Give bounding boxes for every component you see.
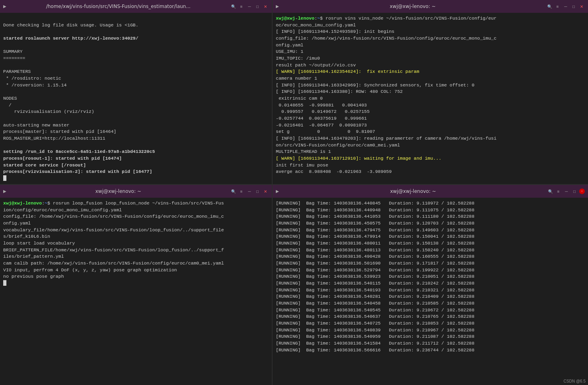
line-tr-19: averge acc 8.988408 -0.021963 -3.989059 (276, 169, 392, 174)
titlebar-title-bottom-right: xwj@xwj-lenovo: ~ (281, 188, 545, 194)
line-tr-2: config_file: /home/xwj/vins-fusion/src/V… (276, 36, 496, 41)
menu-button-br[interactable]: ≡ (555, 188, 562, 195)
search-button-tr[interactable]: 🔍 (546, 3, 553, 10)
prompt-dollar-tr: $ rosrun vins vins_node ~/vins-fusion/sr… (320, 16, 496, 21)
terminal-body-bottom-left: xwj@xwj-lenovo:~$ rosrun loop_fusion loo… (0, 198, 272, 385)
close-button-tl[interactable]: ✕ (262, 3, 269, 10)
line-br-13: [RUNNING] Bag Time: 1403638136.540115 Du… (276, 281, 474, 286)
minimize-button-tl[interactable]: ─ (246, 3, 253, 10)
line-tr-13: -0.0257744 0.00375619 0.999661 (276, 116, 367, 121)
line-br-12: [RUNNING] Bag Time: 1403638136.539923 Du… (276, 274, 474, 279)
line-tr-3: onfig.yaml (276, 42, 303, 48)
line-tr-16b: on/src/VINS-Fusion/config/euroc/cam0_mei… (276, 142, 400, 148)
line-tr-14: -0.0216401 -0.064677 0.00981073 (276, 122, 367, 128)
close-button-tr[interactable]: ✕ (578, 3, 585, 10)
line-tr-7: camera number 1 (276, 76, 317, 81)
maximize-button-br[interactable]: □ (571, 188, 578, 195)
line-tr-5: IMU_TOPIC: /imu0 (276, 56, 320, 61)
minimize-button-br[interactable]: ─ (563, 188, 570, 195)
line-br-20: [RUNNING] Bag Time: 1403638136.540839 Du… (276, 327, 474, 333)
line-tl-13: setting /run_id to 8acce5cc-6a51-11ed-97… (3, 149, 155, 174)
search-button-br[interactable]: 🔍 (547, 188, 554, 195)
search-button-bl[interactable]: 🔍 (230, 188, 237, 195)
line-tr-warn2: [ WARN] [1669113404.163712910]: waiting … (276, 156, 441, 161)
line-bl-2: vocabulary_file/home/xwj/vins-fusion/src… (3, 227, 224, 233)
titlebar-controls-bottom-right: 🔍 ≡ ─ □ ✕ (547, 188, 585, 195)
line-bl-5: cam calib path: /home/xwj/vins-fusion/sr… (3, 261, 224, 266)
titlebar-bottom-right: ▶ xwj@xwj-lenovo: ~ 🔍 ≡ ─ □ ✕ (273, 185, 588, 198)
line-bl-cmd2: ion/config/euroc/euroc_mono_imu_config.y… (3, 207, 122, 213)
close-button-bl[interactable]: ✕ (262, 188, 269, 195)
terminal-icon-br: ▶ (276, 188, 279, 195)
titlebar-controls-top-left: 🔍 ≡ ─ □ ✕ (230, 3, 269, 10)
line-tr-17: MULTIPLE_THREAD is 1 (276, 149, 331, 154)
line-bl-1: config_file: /home/xwj/vins-fusion/src/V… (3, 214, 224, 219)
menu-button-tl[interactable]: ≡ (238, 3, 245, 10)
line-bl-6: VIO input, perfrom 4 DoF (x, y, z, yaw) … (3, 267, 177, 273)
line-br-7: [RUNNING] Bag Time: 1403638136.480011 Du… (276, 241, 474, 246)
line-tl-3: started roslaunch server http://xwj-leno… (3, 36, 138, 41)
line-br-2: [RUNNING] Bag Time: 1403638136.440948 Du… (276, 207, 474, 213)
titlebar-bottom-left: ▶ xwj@xwj-lenovo: ~ 🔍 ≡ ─ □ ✕ (0, 185, 272, 198)
line-bl-3: loop start load vocabulary (3, 241, 75, 246)
minimize-button-tr[interactable]: ─ (562, 3, 569, 10)
terminal-icon-bl: ▶ (3, 188, 6, 195)
line-br-21: [RUNNING] Bag Time: 1403638136.540959 Du… (276, 334, 474, 339)
menu-button-bl[interactable]: ≡ (238, 188, 245, 195)
line-br-15: [RUNNING] Bag Time: 1403638136.540281 Du… (276, 294, 474, 299)
line-bl-2b: s/brief_k10L6.bin (3, 234, 50, 239)
line-tl-7: PARAMETERS * /rosdistro: noetic * /rosve… (3, 69, 67, 87)
maximize-button-tl[interactable]: □ (254, 3, 261, 10)
line-br-4: [RUNNING] Bag Time: 1403638136.450575 Du… (276, 221, 474, 226)
titlebar-controls-top-right: 🔍 ≡ ─ □ ✕ (546, 3, 585, 10)
terminal-bottom-right[interactable]: ▶ xwj@xwj-lenovo: ~ 🔍 ≡ ─ □ ✕ [RUNNING] … (273, 185, 588, 385)
prompt-bl: xwj@xwj-lenovo (3, 201, 42, 206)
line-bl-4: BRIEF_PATTERN_FILE/home/xwj/vins-fusion/… (3, 247, 224, 253)
line-tl-9: NODES / rvizvisualisation (rviz/rviz) (3, 96, 94, 114)
terminal-body-bottom-right: [RUNNING] Bag Time: 1403638136.440845 Du… (273, 198, 588, 385)
line-tl-11: auto-starting new master process[master]… (3, 122, 116, 141)
maximize-button-bl[interactable]: □ (254, 188, 261, 195)
line-tr-11: 0.0148655 -0.999881 0.0041403 (276, 102, 367, 108)
close-button-br[interactable]: ✕ (579, 188, 585, 194)
line-tr-1: [ INFO] [1669113404.152493589]: init beg… (276, 29, 395, 34)
line-br-9: [RUNNING] Bag Time: 1403638136.490428 Du… (276, 254, 474, 259)
line-br-18: [RUNNING] Bag Time: 1403638136.540637 Du… (276, 314, 474, 319)
watermark: CSDN @6.5 (564, 379, 586, 383)
line-br-14: [RUNNING] Bag Time: 1403638136.540193 Du… (276, 287, 474, 293)
cursor-tl (3, 175, 6, 181)
line-tr-cmd2: oc/euroc_mono_imu_config.yaml (276, 22, 356, 28)
line-br-1: [RUNNING] Bag Time: 1403638136.440845 Du… (276, 201, 474, 206)
line-tl-5: SUMMARY ======== (3, 49, 25, 61)
terminal-bottom-left[interactable]: ▶ xwj@xwj-lenovo: ~ 🔍 ≡ ─ □ ✕ xwj@xwj-le… (0, 185, 272, 385)
titlebar-title-bottom-left: xwj@xwj-lenovo: ~ (9, 188, 228, 194)
line-br-10: [RUNNING] Bag Time: 1403638136.501690 Du… (276, 261, 474, 266)
line-tr-16: [ INFO] [1669113404.163479203]: reading … (276, 136, 496, 141)
minimize-button-bl[interactable]: ─ (246, 188, 253, 195)
line-br-11: [RUNNING] Bag Time: 1403638136.529794 Du… (276, 267, 474, 273)
titlebar-top-left: ▶ /home/xwj/vins-fusion/src/VINS-Fusion/… (0, 0, 272, 13)
prompt-colon-bl: : (42, 201, 45, 206)
line-bl-7: no previous pose graph (3, 274, 64, 279)
terminal-body-top-right: xwj@xwj-lenovo:~$ rosrun vins vins_node … (273, 13, 588, 184)
terminal-top-left[interactable]: ▶ /home/xwj/vins-fusion/src/VINS-Fusion/… (0, 0, 272, 184)
line-tl-1: Done checking log file disk usage. Usage… (3, 22, 138, 28)
line-br-22: [RUNNING] Bag Time: 1403638136.541584 Du… (276, 341, 474, 346)
line-tr-15: set g 0 0 9.81007 (276, 129, 375, 134)
line-br-16: [RUNNING] Bag Time: 1403638136.540458 Du… (276, 301, 474, 306)
terminal-top-right[interactable]: ▶ xwj@xwj-lenovo: ~ 🔍 ≡ ─ □ ✕ xwj@xwj-le… (273, 0, 588, 184)
cursor-bl (3, 280, 6, 286)
line-br-17: [RUNNING] Bag Time: 1403638136.540545 Du… (276, 307, 474, 313)
titlebar-title-top-left: /home/xwj/vins-fusion/src/VINS-Fusion/vi… (9, 4, 228, 9)
line-tr-6: result path ~/output//vio.csv (276, 62, 356, 68)
line-br-19: [RUNNING] Bag Time: 1403638136.540725 Du… (276, 321, 474, 326)
prompt-colon-tr: : (315, 16, 317, 21)
search-button-tl[interactable]: 🔍 (230, 3, 237, 10)
menu-button-tr[interactable]: ≡ (554, 3, 561, 10)
line-tr-8: [ INFO] [1669113404.163342969]: Synchron… (276, 82, 474, 88)
maximize-button-tr[interactable]: □ (570, 3, 577, 10)
line-tr-9: [ INFO] [1669113404.163380]: ROW: 480 CO… (276, 89, 403, 94)
line-tr-12: 0.999557 0.0149672 0.0257155 (276, 109, 370, 114)
line-br-5: [RUNNING] Bag Time: 1403638136.479475 Du… (276, 227, 474, 233)
line-tr-10: exitrinsic cam 0 (276, 96, 323, 101)
